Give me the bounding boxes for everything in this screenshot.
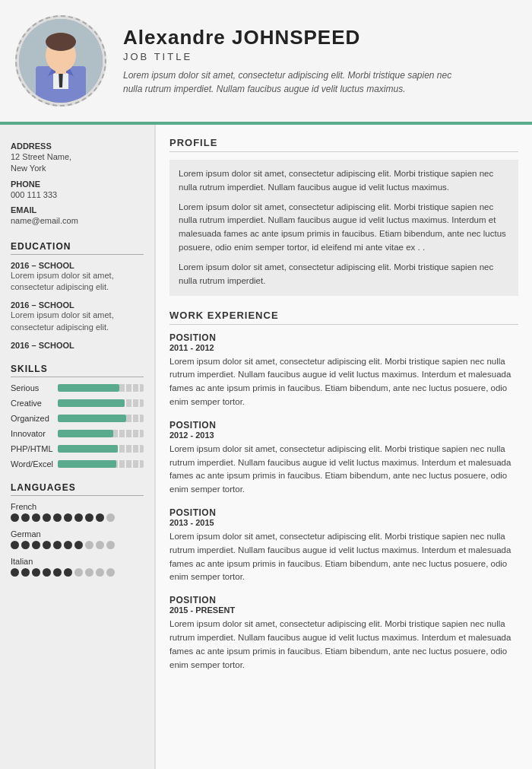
skill-name-2: Organized — [11, 414, 58, 423]
resume-container: Alexandre JOHNSPEED JOB TITLE Lorem ipsu… — [0, 0, 532, 769]
lang-dot-1-2 — [32, 541, 40, 549]
edu-desc-1: Lorem ipsum dolor sit amet, consectetur … — [11, 270, 144, 294]
lang-dot-1-4 — [53, 541, 62, 549]
work-desc-3: Lorem ipsum dolor sit amet, consectetur … — [169, 618, 518, 672]
lang-dot-2-3 — [43, 568, 51, 577]
work-desc-1: Lorem ipsum dolor sit amet, consectetur … — [169, 443, 518, 497]
skill-row-4: PHP/HTML — [11, 444, 144, 453]
work-position-2: POSITION — [169, 507, 518, 518]
profile-section: PROFILE Lorem ipsum dolor sit amet, cons… — [169, 137, 518, 296]
skill-row-5: Word/Excel — [11, 459, 144, 469]
skill-row-1: Creative — [11, 399, 144, 408]
phone-label: PHONE — [11, 180, 144, 189]
lang-dots-0 — [11, 513, 144, 522]
skill-name-3: Innovator — [11, 429, 58, 438]
work-dates-3: 2015 - PRESENT — [169, 605, 518, 615]
lang-dot-0-8 — [96, 513, 104, 522]
skill-name-5: Word/Excel — [11, 459, 58, 469]
work-title: WORK EXPERIENCE — [169, 310, 518, 325]
lang-dot-1-0 — [11, 541, 19, 549]
sidebar: ADDRESS 12 Street Name, New York PHONE 0… — [0, 125, 156, 769]
education-title: EDUCATION — [11, 241, 144, 255]
lang-dot-0-9 — [106, 513, 115, 522]
svg-point-7 — [46, 33, 76, 51]
work-entry-0: POSITION 2011 - 2012 Lorem ipsum dolor s… — [169, 332, 518, 409]
lang-dots-1 — [11, 541, 144, 549]
lang-dot-2-6 — [74, 568, 83, 577]
work-dates-1: 2012 - 2013 — [169, 431, 518, 440]
lang-dots-2 — [11, 568, 144, 577]
work-entry-1: POSITION 2012 - 2013 Lorem ipsum dolor s… — [169, 420, 518, 497]
profile-para-0: Lorem ipsum dolor sit amet, consectetur … — [179, 167, 509, 195]
skill-bar-fill-3 — [58, 430, 113, 437]
lang-dot-0-3 — [43, 513, 51, 522]
lang-dot-0-0 — [11, 513, 19, 522]
lang-dot-1-6 — [74, 541, 83, 549]
language-entry-2: Italian — [11, 557, 144, 577]
lang-dot-0-1 — [21, 513, 30, 522]
languages-list: FrenchGermanItalian — [11, 502, 144, 577]
lang-dot-2-5 — [64, 568, 72, 577]
main-content: PROFILE Lorem ipsum dolor sit amet, cons… — [156, 125, 532, 769]
lang-dot-1-3 — [43, 541, 51, 549]
skill-bar-bg-4 — [58, 445, 144, 453]
lang-dot-1-1 — [21, 541, 30, 549]
work-section: WORK EXPERIENCE POSITION 2011 - 2012 Lor… — [169, 310, 518, 672]
lang-dot-2-1 — [21, 568, 30, 577]
address-line2: New York — [11, 163, 144, 174]
edu-desc-2: Lorem ipsum dolor sit amet, consectetur … — [11, 310, 144, 333]
body: ADDRESS 12 Street Name, New York PHONE 0… — [0, 125, 532, 769]
work-entries: POSITION 2011 - 2012 Lorem ipsum dolor s… — [169, 332, 518, 672]
skill-bar-fill-2 — [58, 415, 126, 422]
lang-dot-1-5 — [64, 541, 72, 549]
language-entry-0: French — [11, 502, 144, 522]
sidebar-skills: SKILLS Serious Creative Organized Innova… — [11, 364, 144, 469]
edu-year-2: 2016 – SCHOOL — [11, 300, 144, 310]
lang-name-1: German — [11, 529, 144, 539]
avatar-image — [19, 19, 103, 103]
work-position-3: POSITION — [169, 595, 518, 605]
lang-dot-2-4 — [53, 568, 62, 577]
skill-row-2: Organized — [11, 414, 144, 423]
skill-bar-fill-4 — [58, 445, 118, 453]
skill-bar-bg-1 — [58, 399, 144, 407]
lang-name-2: Italian — [11, 557, 144, 566]
header: Alexandre JOHNSPEED JOB TITLE Lorem ipsu… — [0, 0, 532, 125]
lang-dot-2-9 — [106, 568, 115, 577]
language-entry-1: German — [11, 529, 144, 549]
skill-bar-bg-2 — [58, 415, 144, 422]
lang-dot-0-5 — [64, 513, 72, 522]
edu-year-3: 2016 – SCHOOL — [11, 341, 144, 350]
skill-row-0: Serious — [11, 383, 144, 392]
lang-dot-0-7 — [85, 513, 93, 522]
lang-dot-1-7 — [85, 541, 93, 549]
sidebar-contact: ADDRESS 12 Street Name, New York PHONE 0… — [11, 141, 144, 227]
lang-dot-2-2 — [32, 568, 40, 577]
skills-title: SKILLS — [11, 364, 144, 377]
lang-dot-0-4 — [53, 513, 62, 522]
avatar — [15, 15, 106, 106]
work-desc-0: Lorem ipsum dolor sit amet, consectetur … — [169, 355, 518, 409]
skill-bar-fill-1 — [58, 399, 125, 407]
lang-dot-1-8 — [96, 541, 104, 549]
lang-dot-0-2 — [32, 513, 40, 522]
work-entry-2: POSITION 2013 - 2015 Lorem ipsum dolor s… — [169, 507, 518, 584]
lang-dot-1-9 — [106, 541, 115, 549]
profile-para-1: Lorem ipsum dolor sit amet, consectetur … — [179, 201, 509, 255]
skill-bar-fill-5 — [58, 460, 116, 468]
lang-dot-2-8 — [96, 568, 104, 577]
work-position-1: POSITION — [169, 420, 518, 431]
edu-entry-1: 2016 – SCHOOL Lorem ipsum dolor sit amet… — [11, 261, 144, 294]
skills-list: Serious Creative Organized Innovator PHP… — [11, 383, 144, 469]
work-entry-3: POSITION 2015 - PRESENT Lorem ipsum dolo… — [169, 595, 518, 672]
svg-rect-8 — [55, 69, 66, 74]
header-info: Alexandre JOHNSPEED JOB TITLE Lorem ipsu… — [123, 26, 517, 96]
address-label: ADDRESS — [11, 141, 144, 151]
profile-paragraphs: Lorem ipsum dolor sit amet, consectetur … — [179, 167, 509, 288]
work-dates-2: 2013 - 2015 — [169, 518, 518, 527]
skill-bar-bg-5 — [58, 460, 144, 468]
skill-bar-bg-0 — [58, 384, 144, 392]
skill-bar-bg-3 — [58, 430, 144, 437]
work-position-0: POSITION — [169, 332, 518, 343]
lang-dot-2-7 — [85, 568, 93, 577]
